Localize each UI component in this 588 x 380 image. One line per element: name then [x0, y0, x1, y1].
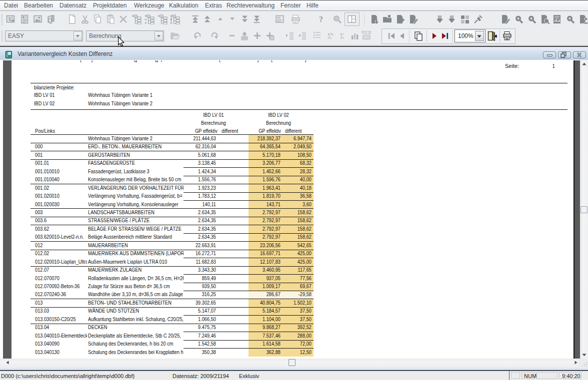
svg-text:Σ: Σ: [328, 32, 332, 40]
svg-text:?: ?: [319, 15, 323, 23]
svg-text:Σ: Σ: [340, 32, 344, 40]
